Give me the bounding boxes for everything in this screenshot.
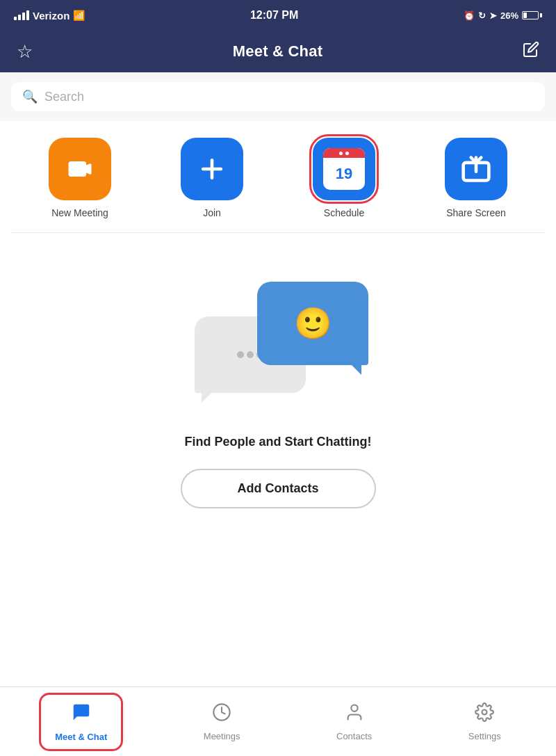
alarm-icon: ⏰ <box>464 10 475 21</box>
person-icon <box>345 702 364 722</box>
signal-icon <box>14 10 29 20</box>
status-bar: Verizon 📶 12:07 PM ⏰ ↻ ➤ 26% <box>0 0 556 31</box>
tab-meetings[interactable]: Meetings <box>190 695 254 748</box>
schedule-button[interactable]: 19 <box>313 138 375 200</box>
actions-row: New Meeting Join 19 Sched <box>0 121 556 232</box>
schedule-action[interactable]: 19 Schedule <box>313 138 375 218</box>
gear-icon <box>475 702 494 722</box>
search-bar[interactable]: 🔍 Search <box>11 82 545 111</box>
join-action[interactable]: Join <box>181 138 243 218</box>
search-placeholder: Search <box>44 90 84 104</box>
search-container: 🔍 Search <box>0 72 556 121</box>
share-screen-action[interactable]: Share Screen <box>445 138 507 218</box>
add-contacts-button[interactable]: Add Contacts <box>181 469 376 508</box>
new-meeting-button[interactable] <box>49 138 111 200</box>
status-right: ⏰ ↻ ➤ 26% <box>464 10 542 21</box>
tab-contacts[interactable]: Contacts <box>322 695 386 748</box>
app-header: ☆ Meet & Chat <box>0 31 556 72</box>
new-meeting-action[interactable]: New Meeting <box>49 138 111 218</box>
battery-label: 26% <box>500 10 518 21</box>
camera-icon <box>65 154 95 184</box>
wifi-icon: 📶 <box>73 10 85 21</box>
meetings-tab-icon <box>212 702 231 727</box>
status-left: Verizon 📶 <box>14 10 85 22</box>
empty-state: 🙂 Find People and Start Chatting! Add Co… <box>0 233 556 536</box>
chat-bubble-icon <box>71 702 92 723</box>
sync-icon: ↻ <box>478 10 486 21</box>
tab-bar: Meet & Chat Meetings Contacts Se <box>0 686 556 756</box>
plus-icon <box>197 154 227 184</box>
share-icon <box>461 154 491 184</box>
compose-icon[interactable] <box>523 41 539 62</box>
chat-tab-icon <box>71 702 92 727</box>
empty-state-title: Find People and Start Chatting! <box>185 435 372 449</box>
calendar-icon: 19 <box>323 148 365 190</box>
tab-meet-chat[interactable]: Meet & Chat <box>41 695 121 749</box>
contacts-tab-icon <box>345 702 364 727</box>
page-title: Meet & Chat <box>233 42 322 61</box>
settings-tab-icon <box>475 702 494 727</box>
status-time: 12:07 PM <box>250 9 298 22</box>
tab-settings[interactable]: Settings <box>455 695 515 748</box>
search-icon: 🔍 <box>22 89 38 104</box>
join-button[interactable] <box>181 138 243 200</box>
schedule-label: Schedule <box>324 207 364 218</box>
favorites-icon[interactable]: ☆ <box>17 41 33 63</box>
smiley-icon: 🙂 <box>294 305 332 341</box>
tab-meetings-label: Meetings <box>204 731 240 741</box>
svg-point-6 <box>482 709 487 714</box>
new-meeting-label: New Meeting <box>51 207 108 218</box>
chat-illustration: 🙂 <box>188 275 368 414</box>
carrier-label: Verizon <box>33 10 70 22</box>
chat-bubble-front: 🙂 <box>257 282 368 365</box>
join-label: Join <box>203 207 221 218</box>
tab-settings-label: Settings <box>468 731 501 741</box>
tab-meet-chat-label: Meet & Chat <box>55 732 107 742</box>
svg-point-5 <box>351 705 357 711</box>
battery-icon <box>522 11 542 19</box>
share-screen-button[interactable] <box>445 138 507 200</box>
tab-contacts-label: Contacts <box>336 731 372 741</box>
location-icon: ➤ <box>489 10 497 21</box>
clock-icon <box>212 702 231 722</box>
share-screen-label: Share Screen <box>446 207 506 218</box>
